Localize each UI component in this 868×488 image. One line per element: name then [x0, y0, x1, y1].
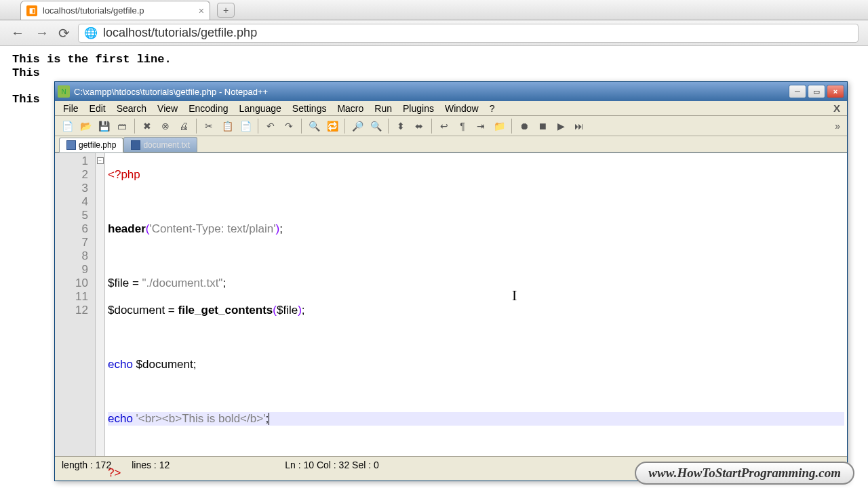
url-text: localhost/tutorials/getfile.php — [103, 26, 257, 40]
close-doc-button[interactable]: X — [829, 102, 844, 114]
menu-macro[interactable]: Macro — [332, 102, 369, 115]
window-buttons: ─ ▭ × — [789, 85, 844, 98]
allchars-icon[interactable]: ¶ — [454, 118, 471, 134]
playback-icon[interactable]: ⏭ — [571, 118, 587, 134]
close-all-icon[interactable]: ⊗ — [157, 118, 174, 134]
indent-icon[interactable]: ⇥ — [473, 118, 489, 134]
open-file-icon[interactable]: 📂 — [77, 118, 94, 134]
menu-help[interactable]: ? — [484, 102, 500, 115]
save-state-icon — [66, 140, 76, 150]
copy-icon[interactable]: 📋 — [219, 118, 235, 134]
zoom-out-icon[interactable]: 🔍 — [368, 118, 384, 134]
ibeam-cursor-icon: I — [512, 289, 517, 302]
menu-window[interactable]: Window — [439, 102, 484, 115]
sync-v-icon[interactable]: ⬍ — [393, 118, 409, 134]
find-icon[interactable]: 🔍 — [306, 118, 322, 134]
redo-icon[interactable]: ↷ — [281, 118, 297, 134]
new-file-icon[interactable]: 📄 — [59, 118, 75, 134]
new-tab-button[interactable]: + — [217, 3, 235, 18]
notepadpp-window: N C:\xampp\htdocs\tutorials\getfile.php … — [54, 81, 848, 481]
back-button[interactable]: ← — [9, 25, 26, 41]
close-file-icon[interactable]: ✖ — [139, 118, 155, 134]
menu-search[interactable]: Search — [111, 102, 152, 115]
address-bar[interactable]: 🌐 localhost/tutorials/getfile.php — [78, 24, 859, 43]
replace-icon[interactable]: 🔁 — [324, 118, 340, 134]
browser-toolbar: ← → ⟳ 🌐 localhost/tutorials/getfile.php — [0, 20, 868, 46]
browser-tab-title: localhost/tutorials/getfile.p — [43, 5, 144, 16]
menu-edit[interactable]: Edit — [84, 102, 111, 115]
play-icon[interactable]: ▶ — [553, 118, 569, 134]
save-state-icon — [131, 140, 140, 150]
file-tab-bar: getfile.php document.txt — [55, 136, 847, 152]
code-area[interactable]: <?php header('Content-Type: text/plain')… — [105, 153, 847, 456]
folder-icon[interactable]: 📁 — [491, 118, 507, 134]
forward-button[interactable]: → — [34, 25, 50, 41]
cut-icon[interactable]: ✂ — [201, 118, 217, 134]
menu-encoding[interactable]: Encoding — [183, 102, 233, 115]
undo-icon[interactable]: ↶ — [262, 118, 279, 134]
minimize-button[interactable]: ─ — [789, 85, 806, 98]
reload-button[interactable]: ⟳ — [58, 25, 70, 41]
app-icon: N — [58, 85, 70, 98]
zoom-in-icon[interactable]: 🔎 — [349, 118, 366, 134]
titlebar[interactable]: N C:\xampp\htdocs\tutorials\getfile.php … — [55, 82, 847, 101]
close-button[interactable]: × — [827, 85, 844, 98]
fold-column: − — [96, 153, 105, 456]
editor[interactable]: 123456789101112 − <?php header('Content-… — [55, 152, 847, 456]
sync-h-icon[interactable]: ⬌ — [411, 118, 427, 134]
save-icon[interactable]: 💾 — [96, 118, 112, 134]
menu-language[interactable]: Language — [234, 102, 287, 115]
paste-icon[interactable]: 📄 — [237, 118, 254, 134]
line-gutter: 123456789101112 — [55, 153, 96, 456]
browser-tab-strip: ◧ localhost/tutorials/getfile.p × + — [0, 0, 868, 20]
globe-icon: 🌐 — [84, 26, 98, 39]
file-tab-document[interactable]: document.txt — [123, 137, 197, 152]
window-title: C:\xampp\htdocs\tutorials\getfile.php - … — [74, 87, 789, 97]
wrap-icon[interactable]: ↩ — [436, 118, 452, 134]
toolbar-overflow-icon[interactable]: » — [832, 121, 843, 131]
file-tab-label: getfile.php — [79, 140, 116, 150]
stop-icon[interactable]: ⏹ — [534, 118, 551, 134]
print-icon[interactable]: 🖨 — [176, 118, 192, 134]
menu-settings[interactable]: Settings — [287, 102, 332, 115]
menu-file[interactable]: File — [58, 102, 84, 115]
record-icon[interactable]: ⏺ — [516, 118, 532, 134]
favicon-icon: ◧ — [26, 5, 37, 16]
browser-tab-active[interactable]: ◧ localhost/tutorials/getfile.p × — [20, 1, 210, 20]
save-all-icon[interactable]: 🗃 — [114, 118, 130, 134]
tab-close-icon[interactable]: × — [199, 5, 204, 16]
maximize-button[interactable]: ▭ — [808, 85, 825, 98]
text-caret — [269, 413, 269, 425]
file-tab-label: document.txt — [143, 140, 190, 150]
menu-plugins[interactable]: Plugins — [397, 102, 439, 115]
status-length: length : 172 — [62, 460, 111, 470]
menu-run[interactable]: Run — [369, 102, 397, 115]
toolbar: 📄 📂 💾 🗃 ✖ ⊗ 🖨 ✂ 📋 📄 ↶ ↷ 🔍 🔁 🔎 🔍 ⬍ ⬌ ↩ ¶ … — [55, 116, 847, 136]
menubar: File Edit Search View Encoding Language … — [55, 101, 847, 116]
fold-toggle-icon[interactable]: − — [97, 157, 104, 164]
watermark: www.HowToStartProgramming.com — [635, 462, 854, 485]
menu-view[interactable]: View — [152, 102, 183, 115]
file-tab-getfile[interactable]: getfile.php — [59, 138, 123, 152]
